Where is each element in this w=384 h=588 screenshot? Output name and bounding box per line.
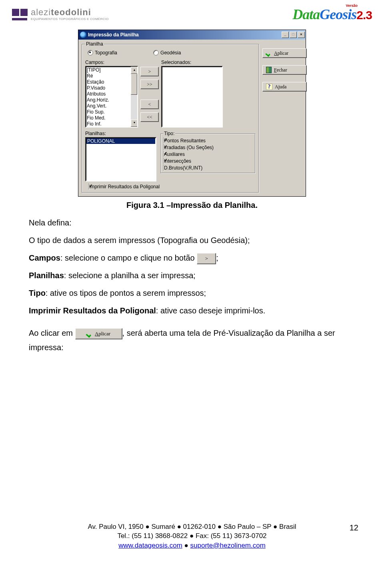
label-planilhas: Planilhas:: [85, 131, 156, 136]
list-item[interactable]: Fio Sup.: [87, 109, 130, 115]
list-item[interactable]: [TIPO]: [87, 67, 130, 73]
paragraph: Tipo: ative os tipos de pontos a serem i…: [29, 286, 355, 300]
checkbox-icon: [163, 158, 164, 164]
version-num: 2.3: [356, 8, 372, 22]
footer-line-2: Tel.: (55 11) 3868-0822 ● Fax: (55 11) 3…: [0, 531, 384, 541]
brand-left-2: teodolini: [51, 7, 91, 17]
move-right-button[interactable]: >: [140, 67, 159, 76]
footer-link-website[interactable]: www.datageosis.com: [118, 542, 182, 549]
list-item[interactable]: Ré: [87, 73, 130, 79]
checkbox-icon: [163, 138, 164, 144]
footer-link-email[interactable]: suporte@hezolinem.com: [190, 542, 266, 549]
text: ;: [216, 253, 218, 262]
titlebar[interactable]: Impressão da Planilha _ □ ×: [78, 30, 306, 40]
ajuda-button[interactable]: ? Ajuda: [262, 82, 307, 92]
groupbox-planilha-legend: Planilha: [85, 41, 104, 47]
scroll-down-icon[interactable]: ▼: [131, 120, 138, 127]
window-title: Impressão da Planilha: [88, 32, 282, 38]
aplicar-button[interactable]: Aplicar: [262, 48, 307, 58]
list-item[interactable]: P.Visado: [87, 85, 130, 91]
fechar-button[interactable]: Fechar: [262, 65, 307, 75]
brand-left-1: alezi: [31, 7, 51, 17]
dialog-impressao-planilha: Impressão da Planilha _ □ × Planilha Top…: [78, 30, 306, 197]
inline-aplicar-button: Aplicar: [75, 328, 122, 339]
footer-line-1: Av. Paulo VI, 1950 ● Sumaré ● 01262-010 …: [0, 522, 384, 532]
checkbox-irradiadas[interactable]: Irradiadas (Ou Seções): [163, 145, 253, 150]
radio-dot-icon: [88, 50, 93, 56]
close-button[interactable]: ×: [298, 32, 305, 38]
aplicar-label-rest: plicar: [278, 50, 288, 56]
checkbox-interseccoes[interactable]: Intersecções: [163, 158, 253, 164]
list-item[interactable]: Estação: [87, 79, 130, 85]
checkbox-imprimir-resultados[interactable]: Imprimir Resultados da Poligonal: [88, 183, 160, 190]
version-label: Versão: [346, 4, 358, 8]
checkbox-label: Intersecções: [164, 158, 191, 164]
list-item[interactable]: POLIGONAL: [86, 138, 155, 144]
groupbox-planilha: Planilha Topografia Geodésia: [82, 41, 259, 193]
list-item[interactable]: Fio Med.: [87, 115, 130, 121]
checkbox-label: Imprimir Resultados da Poligonal: [89, 184, 160, 189]
paragraph: Nela defina:: [29, 215, 355, 230]
checkbox-label: D.Brutos(V,R,INT): [164, 165, 202, 171]
checkbox-auxiliares[interactable]: Auxiliares: [163, 151, 253, 157]
list-item[interactable]: Fio Inf.: [87, 121, 130, 127]
checkbox-label: Irradiadas (Ou Seções): [164, 145, 214, 150]
list-item[interactable]: Ang.Horiz.: [87, 97, 130, 103]
groupbox-tipo: Tipo: Pontos Resultantes Irradiadas (Ou …: [160, 131, 256, 173]
text: : selecione o campo e clique no botão: [60, 253, 197, 262]
bold-label: Tipo: [29, 289, 46, 297]
page-footer: 12 Av. Paulo VI, 1950 ● Sumaré ● 01262-0…: [0, 522, 384, 550]
radio-dot-icon: [153, 50, 159, 56]
bold-label: Imprimir Resultados da Poligonal: [29, 306, 156, 315]
radio-topografia-label: Topografia: [95, 50, 117, 56]
radio-geodesia[interactable]: Geodésia: [153, 50, 181, 56]
bold-label: Planilhas: [29, 271, 64, 280]
check-icon: [86, 331, 92, 336]
text: : ative os tipos de pontos a serem impre…: [46, 289, 206, 297]
checkbox-icon: [163, 165, 164, 171]
checkbox-icon: [163, 151, 164, 157]
list-item[interactable]: Ang.Vert.: [87, 103, 130, 109]
maximize-button: □: [290, 32, 297, 38]
paragraph: Planilhas: selecione a planilha a ser im…: [29, 268, 355, 283]
text: Ao clicar em: [29, 329, 75, 337]
paragraph: Ao clicar em Aplicar, será aberta uma te…: [29, 326, 355, 355]
move-all-right-button[interactable]: >>: [140, 80, 159, 89]
radio-topografia[interactable]: Topografia: [88, 50, 117, 56]
scroll-thumb[interactable]: [131, 74, 137, 95]
scrollbar[interactable]: ▲ ▼: [131, 67, 137, 127]
ajuda-label-rest: uda: [280, 84, 286, 90]
inline-move-right-button: >: [197, 253, 216, 264]
document-body: Nela defina: O tipo de dados a serem imp…: [0, 215, 384, 355]
paragraph: Imprimir Resultados da Poligonal: ative …: [29, 303, 355, 318]
text: : ative caso deseje imprimi-los.: [156, 306, 265, 315]
minimize-button[interactable]: _: [282, 32, 289, 38]
figure-caption: Figura 3.1 –Impressão da Planilha.: [0, 201, 384, 210]
checkbox-pontos-resultantes[interactable]: Pontos Resultantes: [163, 138, 253, 144]
logo-aleziteodolini: aleziteodolini EQUIPAMENTOS TOPOGRÁFICOS…: [12, 8, 109, 21]
checkbox-icon: [88, 183, 89, 190]
list-item[interactable]: Atributos: [87, 91, 130, 97]
scroll-up-icon[interactable]: ▲: [131, 67, 138, 74]
brand-left-sub: EQUIPAMENTOS TOPOGRÁFICOS E COMÉRCIO: [31, 18, 109, 21]
help-icon: ?: [266, 84, 272, 90]
listbox-campos[interactable]: [TIPO] Ré Estação P.Visado Atributos Ang…: [85, 66, 138, 128]
page-header: aleziteodolini EQUIPAMENTOS TOPOGRÁFICOS…: [0, 0, 384, 26]
fechar-label-rest: echar: [277, 67, 287, 73]
move-left-button[interactable]: <: [140, 100, 159, 109]
label-selecionados: Selecionados:: [161, 60, 223, 65]
radio-geodesia-label: Geodésia: [160, 50, 181, 56]
page-number: 12: [350, 522, 358, 533]
checkbox-dbrutos[interactable]: D.Brutos(V,R,INT): [163, 165, 253, 171]
paragraph: Campos: selecione o campo e clique no bo…: [29, 251, 355, 265]
label-campos: Campos:: [85, 60, 138, 65]
listbox-selecionados[interactable]: [161, 66, 223, 128]
footer-sep: ●: [182, 542, 190, 549]
bold-label: Campos: [29, 253, 60, 262]
logo-datageosis: Versão DataGeosis2.3: [292, 6, 372, 23]
listbox-planilhas[interactable]: POLIGONAL: [85, 137, 156, 181]
move-all-left-button[interactable]: <<: [140, 112, 159, 122]
paragraph: O tipo de dados a serem impressos (Topog…: [29, 233, 355, 247]
groupbox-tipo-legend: Tipo:: [163, 131, 175, 136]
checkbox-label: Pontos Resultantes: [164, 138, 206, 144]
